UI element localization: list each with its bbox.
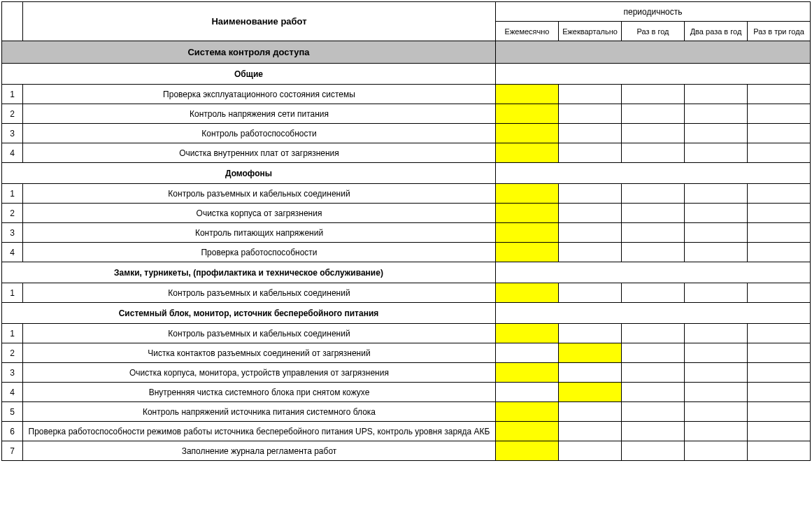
subsection-title-right bbox=[496, 262, 811, 283]
row-name: Проверка работоспособности режимов работ… bbox=[23, 422, 496, 441]
freq-cell bbox=[559, 124, 622, 143]
freq-cell bbox=[622, 343, 685, 363]
row-name: Чистка контактов разъемных соединений от… bbox=[23, 343, 496, 363]
freq-header-1: Ежеквартально bbox=[559, 22, 622, 41]
freq-cell bbox=[559, 85, 622, 104]
freq-cell bbox=[559, 143, 622, 163]
freq-cell bbox=[685, 223, 748, 243]
row-num: 1 bbox=[2, 324, 23, 343]
freq-cell bbox=[685, 324, 748, 343]
row-name: Контроль работоспособности bbox=[23, 124, 496, 143]
row-num: 2 bbox=[2, 204, 23, 223]
freq-cell bbox=[685, 343, 748, 363]
freq-cell bbox=[559, 383, 622, 402]
freq-cell bbox=[496, 363, 559, 383]
freq-cell bbox=[496, 104, 559, 124]
freq-cell bbox=[496, 85, 559, 104]
row-num: 3 bbox=[2, 124, 23, 143]
freq-cell bbox=[685, 85, 748, 104]
freq-cell bbox=[496, 441, 559, 461]
freq-cell bbox=[685, 204, 748, 223]
freq-cell bbox=[685, 143, 748, 163]
row-name: Контроль питающих напряжений bbox=[23, 223, 496, 243]
freq-cell bbox=[559, 324, 622, 343]
freq-cell bbox=[622, 283, 685, 303]
freq-header-2: Раз в год bbox=[622, 22, 685, 41]
row-name: Контроль напряжения сети питания bbox=[23, 104, 496, 124]
row-num: 2 bbox=[2, 104, 23, 124]
freq-cell bbox=[748, 441, 811, 461]
freq-cell bbox=[748, 402, 811, 422]
freq-cell bbox=[496, 343, 559, 363]
freq-cell bbox=[685, 104, 748, 124]
row-num: 4 bbox=[2, 243, 23, 262]
freq-cell bbox=[748, 204, 811, 223]
freq-cell bbox=[496, 223, 559, 243]
freq-cell bbox=[559, 104, 622, 124]
freq-cell bbox=[496, 124, 559, 143]
freq-cell bbox=[496, 402, 559, 422]
freq-cell bbox=[685, 243, 748, 262]
freq-cell bbox=[622, 324, 685, 343]
freq-cell bbox=[748, 324, 811, 343]
freq-cell bbox=[748, 124, 811, 143]
freq-cell bbox=[622, 363, 685, 383]
row-name: Внутренняя чистка системного блока при с… bbox=[23, 383, 496, 402]
freq-cell bbox=[622, 124, 685, 143]
freq-cell bbox=[748, 143, 811, 163]
section-title-right bbox=[496, 41, 811, 64]
freq-cell bbox=[622, 184, 685, 204]
row-num: 3 bbox=[2, 223, 23, 243]
freq-cell bbox=[496, 184, 559, 204]
freq-cell bbox=[559, 204, 622, 223]
row-num: 1 bbox=[2, 85, 23, 104]
freq-cell bbox=[748, 343, 811, 363]
subsection-title: Домофоны bbox=[2, 163, 496, 184]
freq-cell bbox=[559, 363, 622, 383]
subsection-title: Общие bbox=[2, 64, 496, 85]
freq-cell bbox=[496, 204, 559, 223]
row-name: Очистка внутренних плат от загрязнения bbox=[23, 143, 496, 163]
freq-cell bbox=[496, 324, 559, 343]
row-num: 3 bbox=[2, 363, 23, 383]
freq-cell bbox=[559, 283, 622, 303]
row-num: 4 bbox=[2, 383, 23, 402]
freq-cell bbox=[622, 85, 685, 104]
row-num: 2 bbox=[2, 343, 23, 363]
row-name: Проверка работоспособности bbox=[23, 243, 496, 262]
freq-cell bbox=[559, 422, 622, 441]
section-title: Система контроля доступа bbox=[2, 41, 496, 64]
row-name: Контроль разъемных и кабельных соединени… bbox=[23, 184, 496, 204]
freq-cell bbox=[685, 184, 748, 204]
freq-cell bbox=[685, 422, 748, 441]
header-name-cell: Наименование работ bbox=[23, 2, 496, 41]
freq-header-0: Ежемесячно bbox=[496, 22, 559, 41]
freq-cell bbox=[685, 363, 748, 383]
freq-cell bbox=[748, 363, 811, 383]
subsection-title-right bbox=[496, 303, 811, 324]
freq-cell bbox=[496, 283, 559, 303]
freq-cell bbox=[622, 223, 685, 243]
freq-cell bbox=[748, 283, 811, 303]
row-num: 5 bbox=[2, 402, 23, 422]
freq-cell bbox=[748, 383, 811, 402]
freq-cell bbox=[685, 402, 748, 422]
freq-cell bbox=[748, 85, 811, 104]
subsection-title-right bbox=[496, 64, 811, 85]
freq-cell bbox=[685, 383, 748, 402]
freq-cell bbox=[748, 243, 811, 262]
row-num: 1 bbox=[2, 184, 23, 204]
freq-cell bbox=[496, 143, 559, 163]
freq-cell bbox=[748, 184, 811, 204]
freq-cell bbox=[559, 441, 622, 461]
freq-cell bbox=[622, 441, 685, 461]
freq-cell bbox=[622, 402, 685, 422]
freq-cell bbox=[685, 124, 748, 143]
freq-cell bbox=[622, 143, 685, 163]
row-num: 6 bbox=[2, 422, 23, 441]
freq-cell bbox=[622, 383, 685, 402]
row-name: Проверка эксплуатационного состояния сис… bbox=[23, 85, 496, 104]
row-name: Заполнение журнала регламента работ bbox=[23, 441, 496, 461]
row-num: 4 bbox=[2, 143, 23, 163]
header-num-cell bbox=[2, 2, 23, 41]
